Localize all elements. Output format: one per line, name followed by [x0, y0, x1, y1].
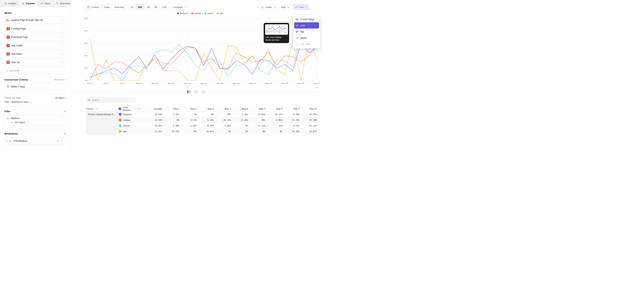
add-step-button[interactable]: + Add Step: [4, 67, 66, 74]
breakdown-column-header[interactable]: ✓ UTM Medium 4: [118, 106, 140, 112]
menu-item-label: Bar: [300, 30, 304, 33]
scale-dropdown[interactable]: Linear: [259, 4, 278, 10]
funnel-step-card[interactable]: 2Download Page⋮: [4, 34, 66, 40]
day-column-header[interactable]: May 10: [300, 106, 317, 112]
funnel-title-card[interactable]: Landing Page through Sign Up ⋮: [4, 16, 66, 24]
range-button-3m[interactable]: 3M: [144, 4, 152, 10]
interval-dropdown[interactable]: Day: [279, 4, 291, 10]
kebab-menu-icon[interactable]: ⋮: [60, 61, 64, 64]
menu-item-bar[interactable]: Bar: [294, 28, 319, 35]
filter-value[interactable]: iOS Native: [15, 121, 25, 124]
range-button-30d[interactable]: 30D: [136, 4, 144, 10]
menu-item-funnel-steps[interactable]: Funnel Steps: [294, 16, 319, 22]
annotation-marker[interactable]: 1: [316, 86, 319, 88]
range-button-6m[interactable]: 6M: [152, 4, 160, 10]
row-name-cell[interactable]: ✓ads: [118, 129, 140, 134]
tab-retention[interactable]: Retention: [53, 0, 73, 7]
row-name-cell[interactable]: ✓search: [118, 123, 140, 129]
chart-type-dropdown[interactable]: Line: [293, 4, 309, 10]
day-column-header[interactable]: May 8: [265, 106, 282, 112]
funnel-step-card[interactable]: 3App Install⋮: [4, 42, 66, 49]
custom-date-button[interactable]: Custom: [85, 4, 102, 10]
top-paths-icon: [296, 42, 299, 46]
day-value-cell: 2.63%: [162, 112, 179, 117]
filter-segment-dropdown[interactable]: Filter + Segment on Step 1: [4, 101, 66, 103]
yesterday-button[interactable]: Yesterday: [112, 4, 126, 10]
svg-text:1: 1: [317, 86, 318, 88]
day-column-header[interactable]: May 6: [231, 106, 248, 112]
chart-footer-divider: [70, 92, 322, 92]
day-column-header[interactable]: May 5: [214, 106, 231, 112]
add-filter-button[interactable]: +: [64, 110, 66, 113]
remove-breakdown-icon[interactable]: ×: [57, 140, 59, 142]
day-column-header[interactable]: May 3: [179, 106, 196, 112]
average-column-header[interactable]: Average: [140, 106, 162, 112]
kebab-menu-icon[interactable]: ⋮: [60, 36, 64, 38]
table-group-cell[interactable]: Product Viewed through P...: [86, 112, 118, 134]
kebab-menu-icon[interactable]: ⋮: [60, 140, 64, 142]
drag-handle-icon[interactable]: [6, 140, 8, 142]
row-checkbox[interactable]: ✓: [119, 130, 122, 133]
row-name-cell[interactable]: ✓sidebar: [118, 117, 140, 123]
day-value-cell: 15.15%: [214, 117, 231, 123]
layout-columns-button[interactable]: [194, 90, 199, 94]
compare-button[interactable]: Compare: [171, 4, 188, 10]
funnel-column-header[interactable]: Funnel 1: [86, 106, 118, 112]
funnel-step-card[interactable]: 1Landing Page⋮: [4, 25, 66, 32]
layout-bottom-panel-button[interactable]: [201, 90, 206, 94]
range-button-12m[interactable]: 12M: [160, 4, 169, 10]
x-axis-tick: May 18: [217, 82, 223, 84]
kebab-menu-icon[interactable]: ⋮: [60, 44, 64, 47]
kebab-menu-icon[interactable]: ⋮: [60, 52, 64, 55]
bar-chart-icon: [296, 30, 299, 33]
series-line-search[interactable]: [90, 37, 317, 80]
row-checkbox[interactable]: ✓: [119, 113, 122, 116]
x-axis-tick: May 10: [152, 82, 158, 84]
row-name-cell[interactable]: ✓$organic: [118, 112, 140, 117]
select-all-checkbox[interactable]: ✓: [118, 108, 121, 110]
annotation-marker[interactable]: 1: [186, 86, 189, 88]
day-column-header[interactable]: May 2: [162, 106, 179, 112]
legend-item[interactable]: sidebar: [191, 12, 201, 14]
layout-split-rows-button[interactable]: [186, 90, 191, 94]
day-column-header[interactable]: May 7: [248, 106, 265, 112]
menu-item-line[interactable]: Line: [294, 22, 319, 28]
y-axis-tick: 50%: [84, 18, 88, 20]
day-column-header[interactable]: May 4: [196, 106, 214, 112]
search-input[interactable]: [92, 99, 134, 101]
step-label: Sign Up: [12, 61, 20, 64]
x-axis-labels: May 2May 4May 6May 8May 10May 12May 14Ma…: [87, 82, 320, 84]
row-checkbox[interactable]: ✓: [119, 124, 122, 127]
all-steps-dropdown[interactable]: All Steps: [55, 97, 66, 99]
search-box[interactable]: [86, 97, 136, 103]
kebab-menu-icon[interactable]: ⋮: [60, 27, 64, 30]
tab-funnels[interactable]: Funnels: [19, 0, 38, 7]
series-line-$organic[interactable]: [90, 43, 317, 77]
funnel-step-card[interactable]: 4App Open⋮: [4, 50, 66, 58]
legend-item[interactable]: ads: [217, 12, 223, 14]
row-name: search: [123, 124, 130, 127]
legend-item[interactable]: $organic: [177, 12, 188, 14]
funnel-header-count: 1: [94, 108, 96, 110]
breakdown-property-card[interactable]: Aa UTM Medium × ⋮: [4, 138, 66, 144]
kebab-menu-icon[interactable]: ⋮: [60, 117, 64, 120]
advanced-dropdown[interactable]: Advanced: [54, 78, 66, 81]
row-checkbox[interactable]: ✓: [119, 119, 122, 121]
today-button[interactable]: Today: [102, 4, 112, 10]
tab-insights[interactable]: Insights: [1, 0, 19, 7]
add-breakdown-button[interactable]: +: [64, 132, 66, 135]
tab-flows[interactable]: Flows: [38, 0, 54, 7]
legend-item[interactable]: search: [204, 12, 214, 14]
conversion-window-card[interactable]: Within 7 days: [4, 83, 66, 90]
day-value-cell: 0%: [231, 129, 248, 134]
kebab-menu-icon[interactable]: ⋮: [60, 18, 64, 21]
range-button-7d[interactable]: 7D: [128, 4, 136, 10]
series-line-ads[interactable]: [90, 37, 317, 80]
funnel-step-card[interactable]: 5Sign Up⋮: [4, 59, 66, 66]
series-line-sidebar[interactable]: [90, 46, 317, 80]
filter-operator[interactable]: Is: [11, 121, 13, 124]
day-value-cell: 12.9%: [179, 117, 196, 123]
day-column-header[interactable]: May 9: [282, 106, 300, 112]
menu-item-metric[interactable]: #Metric: [294, 35, 319, 41]
filter-property-card[interactable]: Aa Platform ⋮ Is iOS Native: [4, 115, 66, 126]
